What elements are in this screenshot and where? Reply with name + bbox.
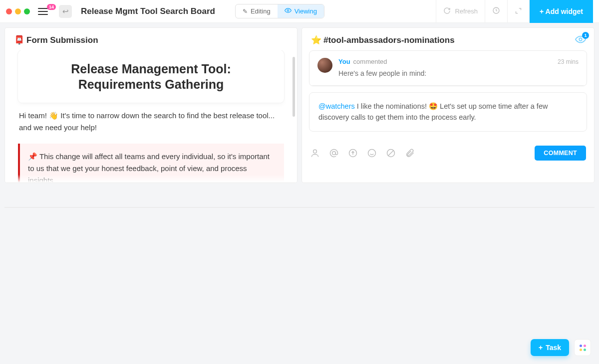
expand-icon bbox=[515, 7, 522, 16]
view-mode-toggle: ✎ Editing Viewing bbox=[235, 4, 324, 18]
watchers-button[interactable]: 1 bbox=[575, 34, 586, 47]
plus-icon: + bbox=[539, 344, 543, 352]
mention[interactable]: @watchers bbox=[318, 102, 355, 110]
close-window-icon[interactable] bbox=[6, 8, 12, 14]
commented-label: commented bbox=[353, 58, 387, 65]
slash-icon[interactable] bbox=[386, 148, 396, 158]
back-arrow-icon: ↩ bbox=[62, 7, 69, 16]
upload-icon[interactable] bbox=[348, 148, 358, 158]
notifications-badge: 14 bbox=[47, 4, 56, 10]
add-widget-button[interactable]: + Add widget bbox=[529, 0, 593, 23]
doc-body: Hi team! 👋 It's time to narrow down the … bbox=[19, 110, 283, 134]
thread-reply[interactable]: @watchers I like the nominations! 🤩 Let'… bbox=[309, 92, 587, 132]
task-label: Task bbox=[546, 344, 561, 352]
thread-message: Here's a few people in mind: bbox=[338, 69, 579, 77]
form-card-title: Form Submission bbox=[26, 35, 98, 45]
amb-card-header: ⭐ #tool-ambassadors-nominations bbox=[302, 28, 594, 50]
svg-point-0 bbox=[287, 9, 289, 11]
hamburger-icon bbox=[38, 8, 48, 15]
minimize-window-icon[interactable] bbox=[15, 8, 21, 14]
add-widget-label: + Add widget bbox=[540, 7, 583, 15]
comment-button[interactable]: COMMENT bbox=[535, 146, 586, 161]
thread-meta: You commented 23 mins bbox=[338, 58, 579, 65]
svg-point-4 bbox=[332, 152, 336, 155]
editing-label: Editing bbox=[251, 7, 271, 15]
svg-point-2 bbox=[579, 38, 582, 41]
comment-button-label: COMMENT bbox=[544, 150, 577, 157]
page-title: Release Mgmt Tool Search Board bbox=[81, 6, 215, 16]
apps-button[interactable] bbox=[574, 339, 591, 356]
scrollbar[interactable] bbox=[293, 57, 295, 117]
eye-icon bbox=[285, 7, 292, 15]
editing-mode-button[interactable]: ✎ Editing bbox=[236, 4, 278, 18]
doc-intro: Hi team! 👋 It's time to narrow down the … bbox=[19, 110, 283, 134]
clock-icon bbox=[492, 6, 500, 16]
avatar[interactable] bbox=[317, 58, 332, 73]
back-button[interactable]: ↩ bbox=[59, 5, 72, 18]
board: 📮 Form Submission Release Management Too… bbox=[0, 23, 599, 364]
svg-point-6 bbox=[368, 149, 376, 157]
author-you: You bbox=[338, 58, 350, 65]
grid-icon bbox=[580, 345, 586, 351]
form-submission-card: 📮 Form Submission Release Management Too… bbox=[5, 28, 297, 182]
floating-actions: + Task bbox=[531, 339, 591, 356]
doc-title: Release Management Tool: Requirements Ga… bbox=[33, 61, 269, 93]
top-right-actions: Refresh + Add widget bbox=[436, 0, 593, 23]
thread-time: 23 mins bbox=[558, 58, 579, 65]
fullscreen-button[interactable] bbox=[507, 0, 529, 23]
refresh-label: Refresh bbox=[455, 7, 478, 15]
zoom-window-icon[interactable] bbox=[24, 8, 30, 14]
viewing-mode-button[interactable]: Viewing bbox=[278, 4, 324, 18]
amb-card-title: #tool-ambassadors-nominations bbox=[323, 35, 455, 45]
mailbox-icon: 📮 bbox=[14, 35, 24, 45]
new-task-button[interactable]: + Task bbox=[531, 339, 569, 356]
watchers-count: 1 bbox=[582, 32, 589, 39]
viewing-label: Viewing bbox=[295, 7, 317, 15]
menu-button[interactable]: 14 bbox=[38, 8, 51, 15]
pushpin-icon: 📌 bbox=[28, 152, 37, 161]
thread-head-row: You commented 23 mins Here's a few peopl… bbox=[309, 51, 587, 86]
emoji-icon[interactable] bbox=[367, 148, 377, 158]
star-icon: ⭐ bbox=[311, 35, 321, 45]
window-controls bbox=[6, 8, 30, 14]
form-card-body[interactable]: Release Management Tool: Requirements Ga… bbox=[5, 50, 297, 182]
topbar: 14 ↩ Release Mgmt Tool Search Board ✎ Ed… bbox=[0, 0, 599, 23]
doc-card: Release Management Tool: Requirements Ga… bbox=[18, 50, 284, 103]
ambassadors-card: ⭐ #tool-ambassadors-nominations 1 You co… bbox=[302, 28, 594, 182]
compose-bar: COMMENT bbox=[302, 140, 594, 168]
refresh-button[interactable]: Refresh bbox=[436, 0, 485, 23]
refresh-icon bbox=[443, 7, 451, 16]
assign-icon[interactable] bbox=[310, 148, 320, 158]
wave-icon: 👋 bbox=[49, 111, 58, 120]
svg-point-3 bbox=[313, 150, 317, 153]
form-card-header: 📮 Form Submission bbox=[5, 28, 297, 50]
mention-icon[interactable] bbox=[329, 148, 339, 158]
attachment-icon[interactable] bbox=[405, 148, 415, 158]
comment-thread: You commented 23 mins Here's a few peopl… bbox=[309, 50, 587, 86]
pencil-icon: ✎ bbox=[243, 8, 248, 15]
history-button[interactable] bbox=[485, 0, 507, 23]
